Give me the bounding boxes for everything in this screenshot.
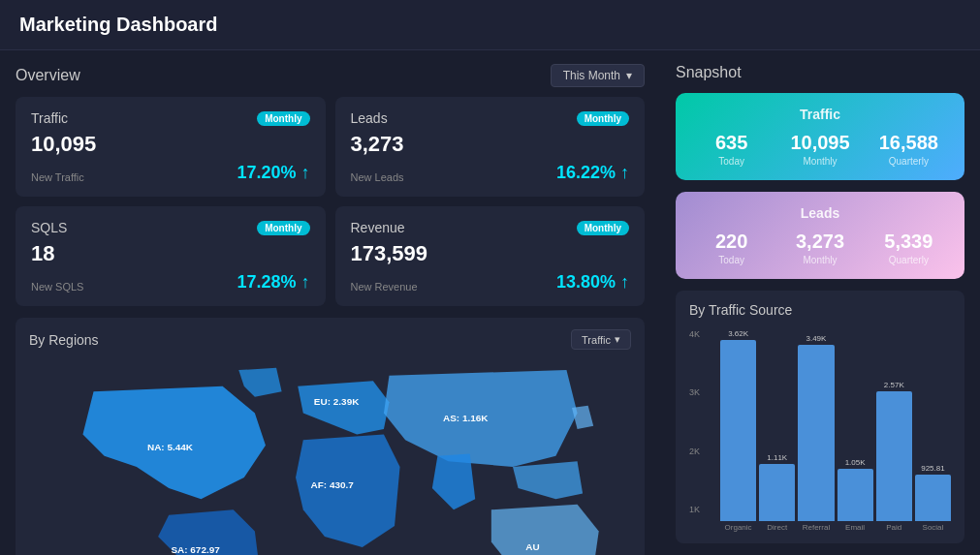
bar-group-1: 1.11KDirect bbox=[759, 329, 795, 532]
bar-3 bbox=[838, 469, 873, 521]
revenue-label: New Revenue bbox=[351, 281, 418, 293]
snapshot-leads-monthly-value: 3,273 bbox=[779, 231, 860, 253]
y-label-2k: 2K bbox=[689, 447, 716, 456]
bar-bottom-label-0: Organic bbox=[725, 523, 752, 532]
bar-top-label-5: 925.81 bbox=[921, 464, 944, 473]
chevron-down-icon: ▾ bbox=[626, 69, 632, 82]
snapshot-traffic-quarterly-value: 16,588 bbox=[869, 132, 949, 154]
leads-card-header: Leads Monthly bbox=[351, 110, 630, 126]
eu-label: EU: 2.39K bbox=[314, 396, 360, 407]
traffic-card-title: Traffic bbox=[31, 110, 68, 126]
snapshot-leads-today: 220 Today bbox=[691, 231, 772, 265]
bars-area: 3.62KOrganic1.11KDirect3.49KReferral1.05… bbox=[720, 329, 951, 532]
snapshot-traffic-metrics: 635 Today 10,095 Monthly 16,588 Quarterl… bbox=[691, 132, 949, 167]
chevron-down-icon: ▾ bbox=[615, 333, 620, 346]
y-label-3k: 3K bbox=[689, 387, 716, 397]
bar-bottom-label-3: Email bbox=[845, 523, 865, 532]
traffic-card: Traffic Monthly 10,095 New Traffic 17.20… bbox=[16, 97, 326, 197]
regions-filter[interactable]: Traffic ▾ bbox=[571, 329, 631, 350]
sa-label: SA: 672.97 bbox=[171, 544, 220, 555]
traffic-card-header: Traffic Monthly bbox=[31, 110, 310, 126]
bar-bottom-label-1: Direct bbox=[767, 523, 787, 532]
snapshot-leads-quarterly-label: Quarterly bbox=[869, 255, 949, 265]
bar-4 bbox=[876, 391, 912, 521]
snapshot-traffic-today: 635 Today bbox=[691, 132, 772, 167]
snapshot-traffic-monthly: 10,095 Monthly bbox=[779, 132, 860, 167]
revenue-bottom: New Revenue 13.80% ↑ bbox=[351, 272, 630, 293]
bar-group-5: 925.81Social bbox=[915, 329, 951, 532]
na-label: NA: 5.44K bbox=[147, 442, 194, 452]
this-month-label: This Month bbox=[563, 69, 620, 82]
revenue-change: 13.80% ↑ bbox=[556, 272, 629, 293]
bar-bottom-label-2: Referral bbox=[803, 523, 830, 532]
traffic-change: 17.20% ↑ bbox=[237, 163, 309, 183]
regions-section: By Regions Traffic ▾ bbox=[16, 318, 645, 555]
snapshot-traffic-monthly-value: 10,095 bbox=[779, 132, 860, 154]
leads-change: 16.22% ↑ bbox=[556, 163, 629, 183]
right-content: Snapshot Traffic 635 Today 10,095 Monthl… bbox=[676, 64, 964, 543]
revenue-value: 173,599 bbox=[351, 241, 630, 266]
japan-region bbox=[572, 406, 593, 429]
app-header: Marketing Dashboard bbox=[0, 0, 980, 50]
overview-title: Overview bbox=[16, 67, 80, 84]
traffic-source-section: By Traffic Source 4K 3K 2K 1K 3.62KOrgan… bbox=[676, 291, 964, 543]
snapshot-leads-today-label: Today bbox=[691, 255, 772, 265]
left-panel: Overview This Month ▾ Traffic Monthly 10… bbox=[0, 50, 660, 555]
sqls-card: SQLS Monthly 18 New SQLS 17.28% ↑ bbox=[16, 206, 326, 306]
sqls-badge: Monthly bbox=[257, 221, 309, 235]
leads-card: Leads Monthly 3,273 New Leads 16.22% ↑ bbox=[335, 97, 646, 197]
as-label: AS: 1.16K bbox=[443, 413, 489, 423]
metrics-grid: Traffic Monthly 10,095 New Traffic 17.20… bbox=[16, 97, 645, 306]
overview-section: Overview This Month ▾ Traffic Monthly 10… bbox=[16, 64, 645, 306]
world-map-container: NA: 5.44K EU: 2.39K AS: 1.16K AF: 430.7 … bbox=[29, 357, 631, 555]
bar-top-label-1: 1.11K bbox=[767, 453, 787, 462]
leads-value: 3,273 bbox=[351, 132, 630, 157]
left-content: Overview This Month ▾ Traffic Monthly 10… bbox=[16, 64, 645, 543]
bar-top-label-3: 1.05K bbox=[845, 458, 866, 467]
bar-5 bbox=[915, 475, 951, 521]
australia-region bbox=[491, 505, 599, 555]
bar-top-label-0: 3.62K bbox=[728, 329, 748, 338]
traffic-badge: Monthly bbox=[257, 111, 309, 126]
snapshot-traffic-today-label: Today bbox=[691, 156, 772, 167]
snapshot-title: Snapshot bbox=[676, 64, 964, 81]
regions-header: By Regions Traffic ▾ bbox=[29, 329, 631, 350]
traffic-label: New Traffic bbox=[31, 171, 84, 183]
snapshot-traffic-card: Traffic 635 Today 10,095 Monthly 16,588 … bbox=[676, 93, 964, 180]
snapshot-leads-title: Leads bbox=[691, 205, 949, 221]
af-label: AF: 430.7 bbox=[311, 479, 355, 490]
bar-bottom-label-4: Paid bbox=[886, 523, 901, 532]
traffic-value: 10,095 bbox=[31, 132, 310, 157]
leads-bottom: New Leads 16.22% ↑ bbox=[351, 163, 630, 183]
snapshot-traffic-quarterly: 16,588 Quarterly bbox=[869, 132, 949, 167]
snapshot-traffic-title: Traffic bbox=[691, 107, 949, 122]
sqls-label: New SQLS bbox=[31, 281, 83, 293]
snapshot-traffic-quarterly-label: Quarterly bbox=[869, 156, 949, 167]
overview-header: Overview This Month ▾ bbox=[16, 64, 645, 87]
traffic-bottom: New Traffic 17.20% ↑ bbox=[31, 163, 310, 183]
bar-top-label-2: 3.49K bbox=[806, 334, 826, 343]
revenue-card-title: Revenue bbox=[351, 220, 405, 235]
snapshot-leads-today-value: 220 bbox=[691, 231, 772, 253]
bar-group-2: 3.49KReferral bbox=[798, 329, 834, 532]
regions-filter-label: Traffic bbox=[582, 334, 611, 346]
bar-group-3: 1.05KEmail bbox=[838, 329, 873, 532]
bar-bottom-label-5: Social bbox=[923, 523, 944, 532]
bar-0 bbox=[720, 340, 756, 521]
bar-1 bbox=[759, 464, 795, 521]
bar-group-0: 3.62KOrganic bbox=[720, 329, 756, 532]
traffic-source-title: By Traffic Source bbox=[689, 302, 792, 318]
revenue-card: Revenue Monthly 173,599 New Revenue 13.8… bbox=[335, 206, 646, 306]
bar-2 bbox=[798, 345, 834, 521]
leads-card-title: Leads bbox=[351, 110, 388, 126]
this-month-filter[interactable]: This Month ▾ bbox=[551, 64, 645, 87]
snapshot-leads-card: Leads 220 Today 3,273 Monthly 5,339 Quar… bbox=[676, 192, 964, 279]
europe-region bbox=[298, 381, 389, 434]
greenland-region bbox=[238, 368, 281, 397]
bar-group-4: 2.57KPaid bbox=[876, 329, 912, 532]
sqls-card-title: SQLS bbox=[31, 220, 67, 235]
india-region bbox=[432, 454, 475, 510]
main-content: Overview This Month ▾ Traffic Monthly 10… bbox=[0, 50, 980, 555]
africa-region bbox=[296, 435, 400, 547]
y-axis: 4K 3K 2K 1K bbox=[689, 329, 716, 532]
